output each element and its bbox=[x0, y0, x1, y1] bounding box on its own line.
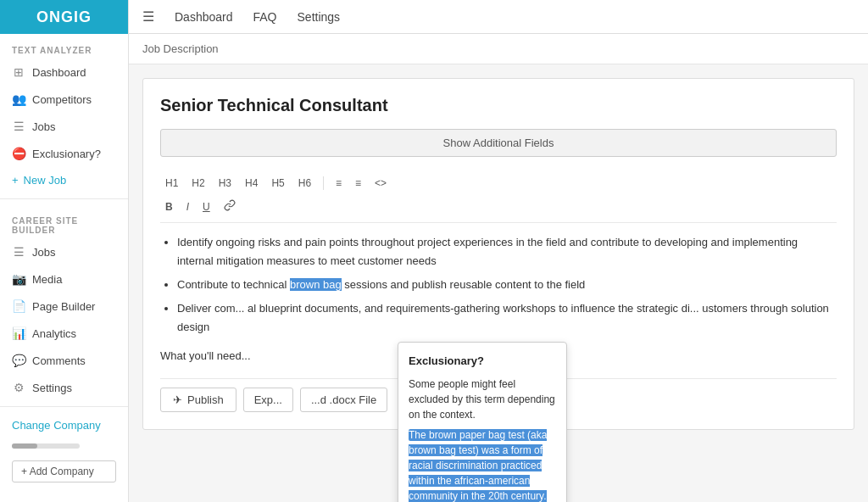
editor-toolbar: H1 H2 H3 H4 H5 H6 ≡ ≡ <> B I U bbox=[160, 169, 837, 223]
bullet-item-1: Identify ongoing risks and pain points t… bbox=[177, 233, 837, 271]
logo: ONGIG bbox=[36, 8, 92, 26]
sidebar-item-settings[interactable]: ⚙ Settings bbox=[0, 374, 128, 401]
link-button[interactable] bbox=[219, 198, 241, 215]
job-title: Senior Technical Consultant bbox=[160, 96, 837, 115]
page-builder-icon: 📄 bbox=[12, 299, 25, 313]
breadcrumb-text: Job Description bbox=[142, 42, 219, 55]
new-job-icon: + bbox=[12, 174, 19, 187]
career-site-builder-section-label: CAREER SITE BUILDER bbox=[0, 204, 128, 238]
settings-icon: ⚙ bbox=[12, 381, 25, 394]
sidebar-item-label: Exclusionary? bbox=[32, 148, 101, 160]
sidebar-divider-2 bbox=[0, 406, 128, 407]
sidebar-item-analytics[interactable]: 📊 Analytics bbox=[0, 320, 128, 347]
comments-icon: 💬 bbox=[12, 354, 25, 367]
ordered-list-button[interactable]: ≡ bbox=[350, 176, 366, 191]
change-company-link[interactable]: Change Company bbox=[0, 412, 128, 438]
main-area: ☰ Dashboard FAQ Settings Job Description… bbox=[129, 0, 868, 502]
sidebar-item-media[interactable]: 📷 Media bbox=[0, 265, 128, 293]
popup-highlight-text: The brown paper bag test (aka brown bag … bbox=[409, 427, 556, 503]
exclusionary-popup: Exclusionary? Some people might feel exc… bbox=[398, 342, 567, 502]
sidebar-item-dashboard[interactable]: ⊞ Dashboard bbox=[0, 59, 128, 86]
mini-scrollbar-thumb bbox=[12, 443, 37, 449]
unordered-list-button[interactable]: ≡ bbox=[331, 176, 347, 191]
sidebar-item-label: New Job bbox=[24, 174, 67, 187]
heading-1-button[interactable]: H1 bbox=[160, 176, 183, 191]
sidebar: ONGIG TEXT ANALYZER ⊞ Dashboard 👥 Compet… bbox=[0, 0, 129, 502]
sidebar-item-label: Comments bbox=[32, 354, 86, 367]
csb-jobs-icon: ☰ bbox=[12, 245, 25, 259]
popup-highlighted-text: The brown paper bag test (aka brown bag … bbox=[409, 429, 553, 503]
sidebar-item-label: Competitors bbox=[32, 93, 92, 106]
hamburger-icon[interactable]: ☰ bbox=[142, 8, 154, 25]
italic-button[interactable]: I bbox=[181, 199, 194, 215]
sidebar-item-label: Dashboard bbox=[32, 66, 86, 79]
heading-2-button[interactable]: H2 bbox=[186, 176, 209, 191]
topnav-faq[interactable]: FAQ bbox=[253, 7, 277, 27]
logo-area: ONGIG bbox=[0, 0, 128, 34]
sidebar-item-label: Jobs bbox=[32, 120, 55, 133]
media-icon: 📷 bbox=[12, 272, 25, 286]
sidebar-divider bbox=[0, 198, 128, 199]
sidebar-item-label: Jobs bbox=[32, 246, 55, 259]
dashboard-icon: ⊞ bbox=[12, 65, 25, 79]
competitors-icon: 👥 bbox=[12, 92, 25, 106]
sidebar-item-label: Settings bbox=[32, 382, 72, 394]
bullet-item-3: Deliver com... al blueprint documents, a… bbox=[177, 299, 837, 337]
publish-icon: ✈ bbox=[173, 393, 182, 406]
bullet-item-2: Contribute to technical brown bag sessio… bbox=[177, 276, 837, 294]
content-area: Senior Technical Consultant Show Additio… bbox=[129, 64, 868, 502]
exclusionary-icon: ⛔ bbox=[12, 147, 25, 160]
sidebar-item-label: Media bbox=[32, 273, 62, 286]
sidebar-item-new-job[interactable]: + New Job bbox=[0, 167, 128, 193]
export-button[interactable]: Exp... bbox=[243, 388, 293, 412]
highlighted-brown-bag: brown bag bbox=[290, 278, 342, 291]
sidebar-item-page-builder[interactable]: 📄 Page Builder bbox=[0, 293, 128, 320]
heading-6-button[interactable]: H6 bbox=[293, 176, 316, 191]
editor-card: Senior Technical Consultant Show Additio… bbox=[142, 78, 854, 430]
docx-button[interactable]: ...d .docx File bbox=[300, 388, 387, 412]
mini-scrollbar bbox=[12, 443, 80, 449]
analytics-icon: 📊 bbox=[12, 326, 25, 340]
bold-button[interactable]: B bbox=[160, 199, 178, 215]
show-additional-fields-button[interactable]: Show Additional Fields bbox=[160, 129, 837, 157]
sidebar-item-csb-jobs[interactable]: ☰ Jobs bbox=[0, 238, 128, 265]
heading-5-button[interactable]: H5 bbox=[266, 176, 289, 191]
underline-button[interactable]: U bbox=[198, 199, 215, 215]
sidebar-item-exclusionary[interactable]: ⛔ Exclusionary? bbox=[0, 140, 128, 167]
breadcrumb: Job Description bbox=[129, 34, 868, 64]
top-nav: ☰ Dashboard FAQ Settings bbox=[129, 0, 868, 34]
text-analyzer-section-label: TEXT ANALYZER bbox=[0, 34, 128, 59]
topnav-settings[interactable]: Settings bbox=[298, 7, 341, 27]
sidebar-item-label: Page Builder bbox=[32, 300, 95, 313]
sidebar-item-jobs[interactable]: ☰ Jobs bbox=[0, 113, 128, 140]
sidebar-item-comments[interactable]: 💬 Comments bbox=[0, 347, 128, 374]
sidebar-item-competitors[interactable]: 👥 Competitors bbox=[0, 86, 128, 113]
topnav-dashboard[interactable]: Dashboard bbox=[175, 7, 233, 27]
add-company-button[interactable]: + Add Company bbox=[12, 460, 116, 482]
toolbar-separator-1 bbox=[323, 176, 324, 190]
heading-4-button[interactable]: H4 bbox=[240, 176, 263, 191]
jobs-icon: ☰ bbox=[12, 120, 25, 133]
heading-3-button[interactable]: H3 bbox=[214, 176, 236, 191]
publish-button[interactable]: ✈ Publish bbox=[160, 388, 236, 412]
code-button[interactable]: <> bbox=[370, 176, 392, 191]
scrollbar-area bbox=[0, 438, 128, 454]
popup-title: Exclusionary? bbox=[409, 353, 556, 370]
popup-intro: Some people might feel excluded by this … bbox=[409, 376, 556, 422]
publish-label: Publish bbox=[187, 393, 224, 406]
sidebar-item-label: Analytics bbox=[32, 327, 76, 340]
